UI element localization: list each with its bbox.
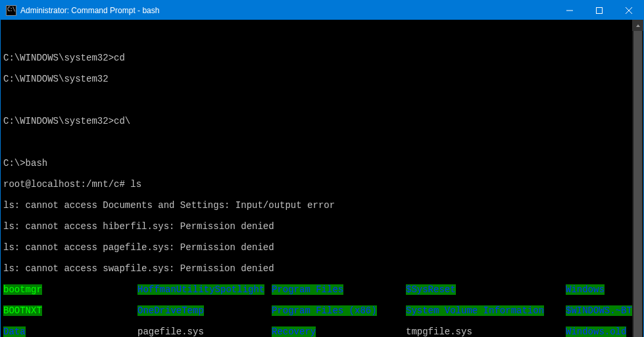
ls-entry: bootmgr: [3, 284, 42, 295]
output-line: ls: cannot access swapfile.sys: Permissi…: [3, 263, 632, 274]
ls-entry: tmpgfile.sys: [406, 326, 472, 337]
output-line: [3, 32, 632, 42]
output-line: ls: cannot access Documents and Settings…: [3, 200, 632, 211]
output-line: C:\>bash: [3, 158, 632, 168]
scrollbar-thumb[interactable]: [633, 31, 642, 337]
close-button[interactable]: [614, 1, 643, 20]
command-prompt-window: C:\ Administrator: Command Prompt - bash…: [0, 0, 644, 337]
titlebar[interactable]: C:\ Administrator: Command Prompt - bash: [1, 1, 643, 20]
output-line: [3, 95, 632, 105]
ls-row: Datapagefile.sysRecoverytmpgfile.sysWind…: [3, 326, 632, 337]
scrollbar[interactable]: [632, 20, 643, 337]
minimize-icon: [566, 7, 573, 14]
ls-entry: BOOTNXT: [3, 305, 42, 316]
ls-entry: Windows: [566, 284, 605, 295]
ls-entry: Program Files (x86): [272, 305, 377, 316]
ls-entry: Data: [3, 326, 26, 337]
ls-entry: System Volume Information: [406, 305, 544, 316]
output-line: ls: cannot access pagefile.sys: Permissi…: [3, 242, 632, 253]
svg-marker-4: [636, 24, 640, 27]
output-line: C:\WINDOWS\system32>cd\: [3, 116, 632, 126]
ls-entry: Program Files: [272, 284, 343, 295]
ls-row: BOOTNXTOneDriveTempProgram Files (x86)Sy…: [3, 305, 632, 316]
maximize-button[interactable]: [584, 1, 614, 20]
ls-row: bootmgrHoffmanUtilitySpotlightProgram Fi…: [3, 284, 632, 295]
output-line: C:\WINDOWS\system32: [3, 74, 632, 84]
scroll-up-button[interactable]: [632, 20, 643, 31]
ls-entry: Recovery: [272, 326, 316, 337]
minimize-button[interactable]: [555, 1, 584, 20]
ls-entry: $SysReset: [406, 284, 456, 295]
terminal-output[interactable]: C:\WINDOWS\system32>cd C:\WINDOWS\system…: [1, 20, 632, 337]
ls-entry: $WINDOWS.~BT: [566, 305, 632, 316]
window-body: C:\WINDOWS\system32>cd C:\WINDOWS\system…: [1, 20, 643, 337]
svg-rect-1: [596, 7, 602, 13]
ls-entry: Windows.old: [566, 326, 626, 337]
output-line: root@localhost:/mnt/c# ls: [3, 179, 632, 190]
output-line: [3, 137, 632, 147]
close-icon: [626, 7, 632, 14]
output-line: ls: cannot access hiberfil.sys: Permissi…: [3, 221, 632, 232]
maximize-icon: [596, 7, 603, 14]
window-title: Administrator: Command Prompt - bash: [20, 6, 555, 15]
scrollbar-track[interactable]: [632, 31, 643, 337]
output-line: C:\WINDOWS\system32>cd: [3, 53, 632, 63]
ls-entry: HoffmanUtilitySpotlight: [137, 284, 264, 295]
ls-entry: pagefile.sys: [137, 326, 204, 337]
app-icon: C:\: [6, 5, 16, 16]
chevron-up-icon: [635, 23, 641, 28]
ls-entry: OneDriveTemp: [137, 305, 204, 316]
